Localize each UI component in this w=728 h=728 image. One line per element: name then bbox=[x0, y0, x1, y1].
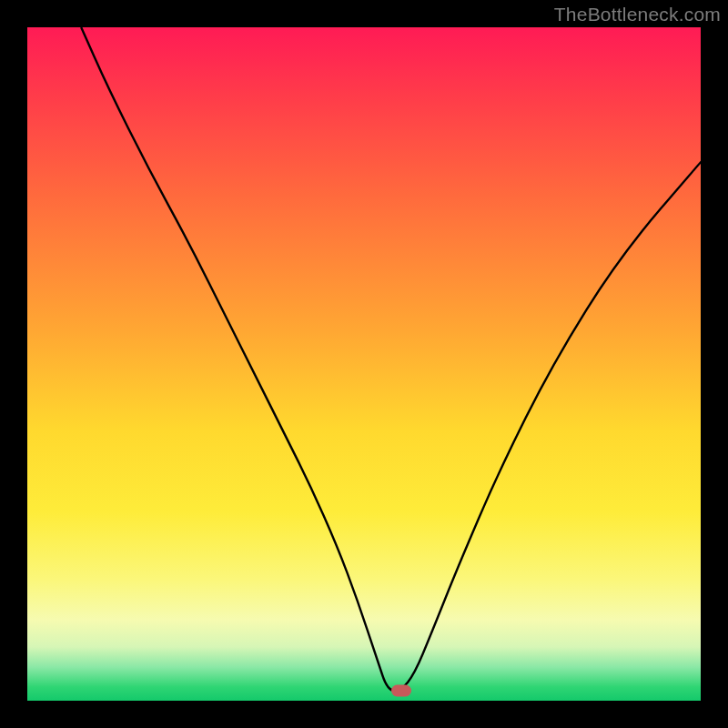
bottleneck-curve bbox=[27, 27, 701, 701]
plot-area bbox=[27, 27, 701, 701]
chart-frame: TheBottleneck.com bbox=[0, 0, 728, 728]
watermark-text: TheBottleneck.com bbox=[554, 4, 721, 25]
min-marker bbox=[391, 684, 411, 696]
curve-path bbox=[81, 27, 701, 691]
